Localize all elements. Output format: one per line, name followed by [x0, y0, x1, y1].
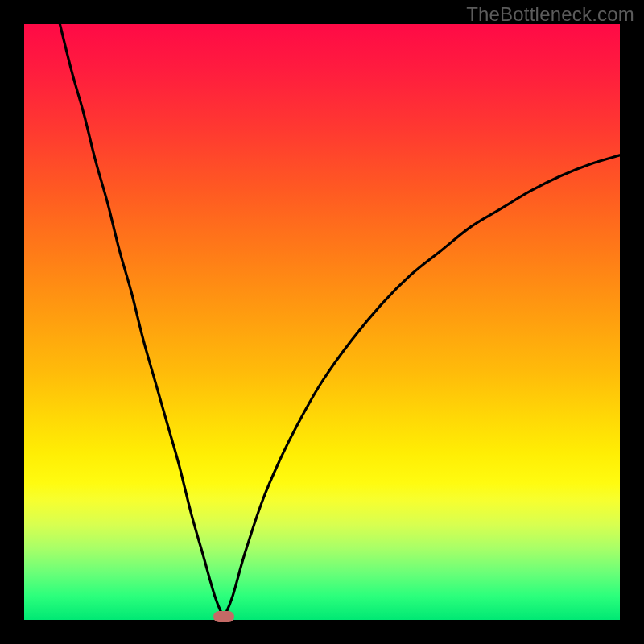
curve-svg — [24, 24, 620, 620]
chart-frame: TheBottleneck.com — [0, 0, 644, 644]
plot-area — [24, 24, 620, 620]
vertex-marker — [213, 611, 234, 622]
watermark-text: TheBottleneck.com — [466, 3, 634, 26]
curve-right — [224, 155, 620, 618]
curve-left — [60, 24, 224, 618]
